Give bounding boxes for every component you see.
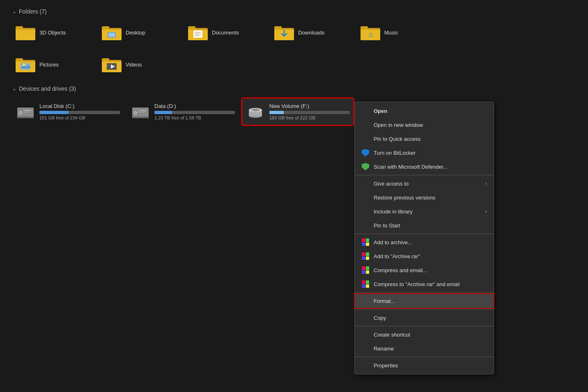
folder-icon-desktop bbox=[102, 25, 122, 40]
folder-item-music[interactable]: ♫ Music bbox=[357, 21, 439, 44]
ctx-pin-start-label: Pin to Start bbox=[374, 222, 487, 229]
folder-icon-pictures bbox=[16, 57, 35, 72]
ctx-rename-icon bbox=[361, 344, 370, 353]
folder-item-documents[interactable]: Documents bbox=[185, 21, 267, 44]
folder-item-pictures[interactable]: Pictures bbox=[12, 53, 94, 76]
ctx-open-new-window-icon bbox=[361, 121, 370, 129]
drive-info-f: New Volume (F:) 183 GB free of 222 GB bbox=[269, 103, 350, 120]
drive-name-f: New Volume (F:) bbox=[269, 103, 350, 109]
devices-title: Devices and drives (3) bbox=[19, 85, 76, 92]
drive-icon-c bbox=[16, 102, 35, 121]
svg-point-36 bbox=[20, 112, 21, 114]
svg-point-42 bbox=[135, 112, 136, 114]
ctx-add-archive[interactable]: Add to archive... bbox=[355, 235, 494, 249]
ctx-sep-1 bbox=[355, 175, 494, 175]
ctx-open-new-window[interactable]: Open in new window bbox=[355, 118, 494, 132]
ctx-compress-email-icon bbox=[361, 266, 370, 274]
svg-rect-44 bbox=[139, 112, 145, 113]
ctx-add-archive-label: Add to archive... bbox=[374, 239, 487, 245]
ctx-create-shortcut-icon bbox=[361, 330, 370, 339]
ctx-pin-quick[interactable]: Pin to Quick access bbox=[355, 132, 494, 146]
ctx-defender-label: Scan with Microsoft Defender... bbox=[374, 164, 487, 170]
drive-icon-d bbox=[131, 102, 150, 121]
ctx-bitlocker-icon bbox=[361, 149, 370, 157]
drive-bar-container-c bbox=[39, 111, 120, 114]
ctx-include-library-icon bbox=[361, 207, 370, 215]
drive-free-f: 183 GB free of 222 GB bbox=[269, 115, 350, 120]
folder-item-3dobjects[interactable]: 3D Objects bbox=[12, 21, 94, 44]
folder-item-videos[interactable]: Videos bbox=[99, 53, 181, 76]
folder-item-downloads[interactable]: Downloads bbox=[271, 21, 353, 44]
ctx-add-archive-icon bbox=[361, 238, 370, 246]
ctx-create-shortcut-label: Create shortcut bbox=[374, 332, 487, 338]
ctx-compress-email[interactable]: Compress and email... bbox=[355, 263, 494, 277]
ctx-pin-start[interactable]: Pin to Start bbox=[355, 218, 494, 232]
ctx-give-access[interactable]: Give access to › bbox=[355, 177, 494, 190]
ctx-add-archive-rar[interactable]: Add to "Archive.rar" bbox=[355, 249, 494, 263]
drive-item-d[interactable]: Data (D:) 1.23 TB free of 1.58 TB bbox=[127, 99, 238, 125]
drive-icon-f bbox=[246, 102, 265, 121]
svg-rect-18 bbox=[274, 26, 282, 30]
drive-name-d: Data (D:) bbox=[154, 103, 235, 109]
ctx-sep-3 bbox=[355, 292, 494, 293]
ctx-sep-6 bbox=[355, 357, 494, 357]
ctx-properties[interactable]: Properties bbox=[355, 358, 494, 372]
svg-rect-11 bbox=[188, 26, 195, 30]
drive-bar-container-f bbox=[269, 111, 350, 114]
ctx-defender[interactable]: Scan with Microsoft Defender... bbox=[355, 160, 494, 174]
drive-bar-f bbox=[269, 111, 284, 114]
ctx-format[interactable]: Format... bbox=[355, 294, 494, 308]
drive-free-c: 151 GB free of 234 GB bbox=[39, 115, 120, 120]
folders-grid-row2: Pictures Videos bbox=[12, 53, 576, 76]
ctx-create-shortcut[interactable]: Create shortcut bbox=[355, 328, 494, 342]
ctx-rename[interactable]: Rename bbox=[355, 342, 494, 355]
ctx-format-icon bbox=[361, 297, 370, 305]
ctx-copy[interactable]: Copy bbox=[355, 311, 494, 325]
ctx-copy-label: Copy bbox=[374, 315, 487, 321]
folder-label-downloads: Downloads bbox=[298, 30, 324, 36]
folder-icon-music: ♫ bbox=[361, 25, 380, 40]
ctx-properties-icon bbox=[361, 361, 370, 369]
ctx-give-access-label: Give access to bbox=[374, 181, 481, 187]
drive-free-d: 1.23 TB free of 1.58 TB bbox=[154, 115, 235, 120]
ctx-compress-archive-email[interactable]: Compress to "Archive.rar" and email bbox=[355, 277, 494, 291]
ctx-give-access-icon bbox=[361, 179, 370, 188]
main-content: ⌄ Folders (7) 3D Objects Desktop bbox=[0, 0, 588, 133]
drive-item-f[interactable]: New Volume (F:) 183 GB free of 222 GB bbox=[242, 99, 353, 125]
folder-label-music: Music bbox=[384, 30, 398, 36]
drive-bar-c bbox=[39, 111, 69, 114]
svg-rect-2 bbox=[16, 30, 35, 40]
drive-bar-d bbox=[154, 111, 172, 114]
drive-info-c: Local Disk (C:) 151 GB free of 234 GB bbox=[39, 103, 120, 120]
ctx-bitlocker[interactable]: Turn on BitLocker bbox=[355, 146, 494, 160]
devices-chevron: ⌄ bbox=[12, 86, 16, 92]
ctx-bitlocker-label: Turn on BitLocker bbox=[374, 150, 487, 156]
folder-icon-videos bbox=[102, 57, 122, 72]
ctx-sep-2 bbox=[355, 234, 494, 234]
svg-point-27 bbox=[23, 64, 25, 66]
ctx-properties-label: Properties bbox=[374, 362, 487, 369]
folder-icon-downloads bbox=[274, 25, 294, 40]
ctx-restore-icon bbox=[361, 193, 370, 202]
ctx-include-library[interactable]: Include in library › bbox=[355, 204, 494, 218]
ctx-compress-archive-email-icon bbox=[361, 280, 370, 288]
folder-icon-documents bbox=[188, 25, 208, 40]
context-menu: Open Open in new window Pin to Quick acc… bbox=[354, 102, 494, 374]
drive-item-c[interactable]: Local Disk (C:) 151 GB free of 234 GB bbox=[12, 99, 123, 125]
svg-text:♫: ♫ bbox=[368, 31, 373, 38]
ctx-add-archive-rar-label: Add to "Archive.rar" bbox=[374, 253, 487, 259]
ctx-compress-email-label: Compress and email... bbox=[374, 267, 487, 273]
svg-rect-8 bbox=[108, 33, 115, 37]
svg-rect-37 bbox=[24, 110, 31, 111]
ctx-pin-quick-label: Pin to Quick access bbox=[374, 136, 487, 142]
folder-label-documents: Documents bbox=[212, 30, 239, 36]
ctx-restore[interactable]: Restore previous versions bbox=[355, 190, 494, 204]
ctx-include-library-arrow: › bbox=[485, 209, 487, 214]
folder-item-desktop[interactable]: Desktop bbox=[99, 21, 181, 44]
folders-chevron: ⌄ bbox=[12, 9, 16, 14]
ctx-pin-quick-icon bbox=[361, 135, 370, 143]
ctx-open[interactable]: Open bbox=[355, 104, 494, 118]
folders-section-header: ⌄ Folders (7) bbox=[12, 8, 576, 15]
ctx-sep-4 bbox=[355, 309, 494, 309]
ctx-include-library-label: Include in library bbox=[374, 209, 481, 215]
